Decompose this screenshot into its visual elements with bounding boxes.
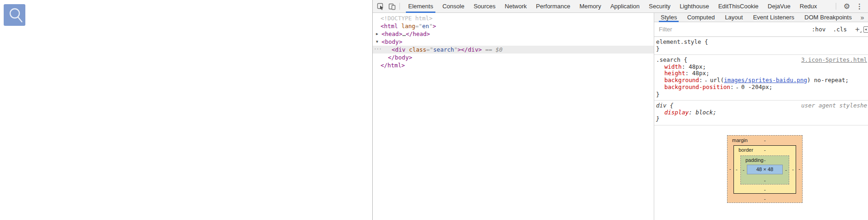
style-rule-user-agent-rule: div {user agent styleshedisplay: block;} bbox=[654, 101, 868, 125]
box-model-border[interactable]: border - - - - padding - - - - bbox=[733, 145, 796, 194]
tab-lighthouse[interactable]: Lighthouse bbox=[675, 0, 714, 12]
code-token: </html> bbox=[381, 62, 405, 69]
tab-console[interactable]: Console bbox=[438, 0, 469, 12]
padding-bottom-value[interactable]: - bbox=[764, 178, 766, 183]
dom-node-code: </html> bbox=[373, 62, 405, 69]
code-token: background-position bbox=[664, 83, 730, 90]
dom-node-code: <html lang="en"> bbox=[373, 23, 436, 30]
border-bottom-value[interactable]: - bbox=[764, 187, 766, 192]
border-top-value[interactable]: - bbox=[764, 147, 766, 153]
code-token: ></div> bbox=[457, 46, 482, 53]
code-token: } bbox=[656, 91, 660, 98]
sidebar-tab-styles[interactable]: Styles bbox=[656, 13, 682, 22]
gear-icon[interactable]: ⚙ bbox=[840, 3, 854, 10]
sidebar-tab-dom-breakpoints[interactable]: DOM Breakpoints bbox=[799, 13, 857, 22]
dom-node-code: <div class="search"></div> == $0 bbox=[373, 46, 503, 53]
margin-right-value[interactable]: - bbox=[798, 166, 800, 172]
tab-dejavue[interactable]: DejaVue bbox=[763, 0, 795, 12]
tab-network[interactable]: Network bbox=[500, 0, 532, 12]
search-sprite-element[interactable] bbox=[4, 4, 25, 26]
border-left-value[interactable]: - bbox=[736, 166, 738, 172]
dom-tree-row[interactable]: </body> bbox=[373, 54, 654, 61]
style-rule-line[interactable]: display: block; bbox=[654, 109, 868, 116]
tab-security[interactable]: Security bbox=[644, 0, 675, 12]
code-token: <!DOCTYPE html> bbox=[381, 15, 433, 22]
code-token: { bbox=[680, 56, 687, 63]
code-token: <html bbox=[381, 23, 398, 30]
sidebar-panel-toggle-icon[interactable]: ◂ bbox=[863, 26, 868, 33]
tab-memory[interactable]: Memory bbox=[575, 0, 606, 12]
tab-application[interactable]: Application bbox=[606, 0, 645, 12]
inspected-page bbox=[0, 0, 372, 220]
expanded-arrow-icon[interactable]: ▼ bbox=[376, 38, 378, 46]
tab-editthiscookie[interactable]: EditThisCookie bbox=[714, 0, 763, 12]
box-model-padding[interactable]: padding - - - - 48 × 48 bbox=[740, 155, 789, 184]
code-token: ▸ bbox=[703, 78, 710, 83]
kebab-menu-icon[interactable]: ⋮ bbox=[854, 2, 865, 11]
more-tabs-chevron-icon[interactable]: » bbox=[857, 13, 868, 22]
code-token: <div bbox=[392, 46, 405, 53]
devtools-tabs: ElementsConsoleSourcesNetworkPerformance… bbox=[404, 0, 821, 12]
style-rule-line[interactable]: background-position: ▸ 0 -204px; bbox=[654, 84, 868, 91]
code-token: search bbox=[433, 46, 454, 53]
code-token: : bbox=[682, 63, 689, 70]
code-token: url( bbox=[710, 77, 724, 83]
styles-sidebar: StylesComputedLayoutEvent ListenersDOM B… bbox=[654, 13, 868, 220]
dom-tree-row[interactable]: <html lang="en"> bbox=[373, 22, 654, 30]
dom-tree-row[interactable]: ▶<head>…</head> bbox=[373, 30, 654, 38]
padding-top-value[interactable]: - bbox=[764, 157, 766, 163]
toolbar-right-controls: ⚙ ⋮ bbox=[832, 2, 868, 11]
toggle-pseudo-state-button[interactable]: :hov bbox=[808, 26, 829, 33]
styles-filter-input[interactable] bbox=[658, 25, 764, 33]
style-rule-line[interactable]: div {user agent styleshe bbox=[654, 102, 868, 109]
node-actions-icon[interactable]: ··· bbox=[374, 46, 381, 53]
style-rule-line[interactable]: } bbox=[654, 46, 868, 53]
code-token: : bbox=[689, 109, 696, 116]
inspect-element-icon[interactable] bbox=[377, 3, 384, 10]
sidebar-tab-event-listeners[interactable]: Event Listeners bbox=[748, 13, 799, 22]
border-right-value[interactable]: - bbox=[792, 166, 794, 172]
code-token: height bbox=[664, 70, 685, 77]
style-rule-rule: .search {3.icon-Sprites.htmlwidth: 48px;… bbox=[654, 55, 868, 101]
style-rule-line[interactable]: element.style { bbox=[654, 39, 868, 46]
margin-top-value[interactable]: - bbox=[764, 137, 766, 143]
dom-node-code: <head>…</head> bbox=[373, 30, 430, 37]
margin-left-value[interactable]: - bbox=[729, 166, 731, 172]
style-rule-line[interactable]: } bbox=[654, 116, 868, 123]
code-token: " bbox=[429, 23, 433, 30]
dom-tree-row[interactable]: ···<div class="search"></div> == $0 bbox=[373, 46, 654, 54]
code-token: ) no-repeat; bbox=[807, 77, 849, 83]
code-token: } bbox=[656, 45, 660, 52]
dom-tree: <!DOCTYPE html><html lang="en">▶<head>…<… bbox=[373, 13, 654, 220]
devtools-toolbar: ElementsConsoleSourcesNetworkPerformance… bbox=[373, 0, 868, 13]
style-rule-line[interactable]: background: ▸ url(images/sprites-baidu.p… bbox=[654, 77, 868, 84]
style-source-link[interactable]: 3.icon-Sprites.html bbox=[801, 57, 867, 64]
dom-tree-row[interactable]: </html> bbox=[373, 61, 654, 69]
tab-elements[interactable]: Elements bbox=[404, 0, 438, 12]
sidebar-tab-computed[interactable]: Computed bbox=[682, 13, 720, 22]
sidebar-tab-layout[interactable]: Layout bbox=[720, 13, 748, 22]
box-model-margin[interactable]: margin - - - - border - - - - padding bbox=[727, 135, 803, 203]
dom-tree-row[interactable]: ▼<body> bbox=[373, 38, 654, 46]
style-rule-line[interactable]: height: 48px; bbox=[654, 70, 868, 77]
tab-redux[interactable]: Redux bbox=[795, 0, 822, 12]
dom-tree-row[interactable]: <!DOCTYPE html> bbox=[373, 14, 654, 22]
box-model-content[interactable]: 48 × 48 bbox=[747, 165, 783, 174]
padding-right-value[interactable]: - bbox=[785, 167, 787, 172]
code-token: 48px; bbox=[692, 70, 710, 77]
style-rule-line[interactable]: .search {3.icon-Sprites.html bbox=[654, 57, 868, 64]
tab-performance[interactable]: Performance bbox=[531, 0, 575, 12]
box-model-section: margin - - - - border - - - - padding bbox=[654, 125, 868, 205]
new-style-rule-button[interactable]: + bbox=[850, 25, 863, 33]
toggle-class-button[interactable]: .cls bbox=[829, 26, 850, 33]
style-rule-line[interactable]: width: 48px; bbox=[654, 64, 868, 71]
style-source-link[interactable]: images/sprites-baidu.png bbox=[724, 77, 807, 83]
device-toolbar-icon[interactable] bbox=[388, 3, 396, 10]
collapsed-arrow-icon[interactable]: ▶ bbox=[376, 30, 378, 38]
tab-sources[interactable]: Sources bbox=[469, 0, 500, 12]
style-rule-line[interactable]: } bbox=[654, 91, 868, 98]
padding-left-value[interactable]: - bbox=[743, 167, 745, 172]
code-token: =" bbox=[415, 23, 422, 30]
margin-label: margin bbox=[732, 137, 748, 143]
margin-bottom-value[interactable]: - bbox=[764, 196, 766, 202]
